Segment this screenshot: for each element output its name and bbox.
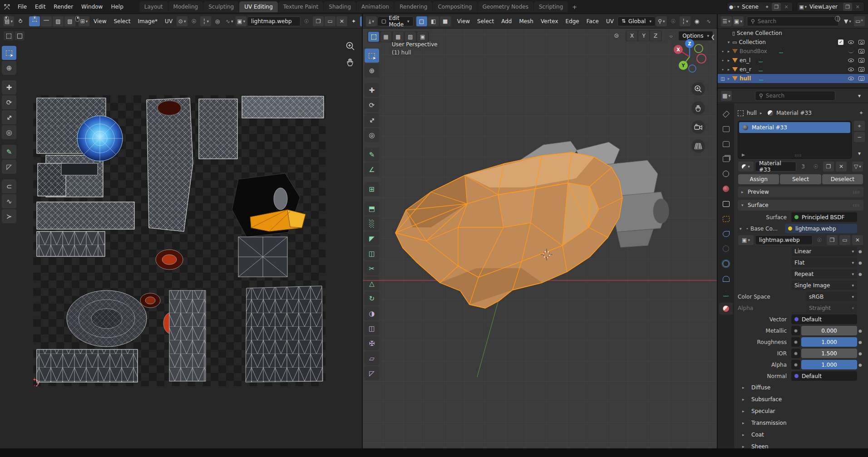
source-dropdown[interactable]: Single Image▾ xyxy=(791,280,857,290)
workspace-tab-geometry-nodes[interactable]: Geometry Nodes xyxy=(478,1,533,12)
material-name-field[interactable]: Material #33 xyxy=(755,162,796,172)
eye-icon[interactable] xyxy=(848,40,854,44)
properties-search-input[interactable] xyxy=(766,93,831,99)
pin-icon[interactable]: ✦ xyxy=(348,16,359,26)
delete-view-layer-button[interactable]: ✕ xyxy=(853,3,862,11)
duplicate-material-button[interactable]: ❐ xyxy=(823,162,834,172)
normal-value-button[interactable]: Default xyxy=(791,371,857,381)
panel-specular[interactable]: ▸Specular xyxy=(738,405,863,417)
panel-coat[interactable]: ▸Coat xyxy=(738,429,863,441)
tab-modifiers[interactable] xyxy=(719,228,733,240)
workspace-tab-layout[interactable]: Layout xyxy=(139,1,168,12)
uv-menu-image[interactable]: Image* xyxy=(134,16,162,26)
remove-slot-button[interactable]: − xyxy=(854,132,865,142)
browse-material-dropdown[interactable]: ▾ xyxy=(738,162,754,172)
ior-slider[interactable]: 1.500 xyxy=(801,349,857,358)
tool-rotate[interactable]: ⟳ xyxy=(2,95,16,109)
image-browse-dropdown[interactable]: ▣▾ xyxy=(236,16,247,26)
tool-scale[interactable]: ↔ xyxy=(2,110,16,124)
fake-user-shield-icon[interactable]: ☉ xyxy=(301,16,312,26)
viewport-3d[interactable]: ⤓▾ ▢ Edit Mode ▾ □ ◧ ■ View Select Add M… xyxy=(363,14,718,448)
tab-particles[interactable] xyxy=(719,243,733,255)
workspace-tab-modeling[interactable]: Modeling xyxy=(168,1,203,12)
tool-pinch[interactable]: ≻ xyxy=(2,209,16,223)
scene-selector[interactable]: ●◦ ▾ Scene ✦ ❐ ✕ xyxy=(727,2,793,12)
tool-rip-region[interactable]: ◸ xyxy=(2,160,16,174)
new-view-layer-button[interactable]: ❐ xyxy=(843,3,852,11)
interpolation-dropdown[interactable]: Linear▾ xyxy=(791,246,857,256)
uv-pivot-dropdown[interactable]: ⊙▾ xyxy=(177,16,187,26)
pan-hand-icon[interactable] xyxy=(691,101,705,115)
panel-grip-icon[interactable]: ⁝⁝⁝⁝ xyxy=(853,190,860,194)
duplicate-image-icon[interactable]: ❐ xyxy=(313,16,324,26)
keyframe-dot-icon[interactable]: ● xyxy=(857,249,863,254)
material-slot-row[interactable]: Material #33 xyxy=(739,122,850,133)
panel-transmission[interactable]: ▸Transmission xyxy=(738,417,863,429)
camera-visibility-icon[interactable] xyxy=(858,67,864,72)
keyframe-dot-icon[interactable]: ● xyxy=(857,351,863,356)
view-layer-selector[interactable]: ▣ ▾ ViewLayer ❐ ✕ xyxy=(797,2,864,12)
alpha-socket-icon[interactable] xyxy=(791,360,800,369)
fake-user-shield-icon[interactable]: ☉ xyxy=(810,162,821,172)
collection-checkbox[interactable]: ✓ xyxy=(838,39,843,45)
menu-help[interactable]: Help xyxy=(107,2,127,12)
tool-transform[interactable]: ◎ xyxy=(2,125,16,139)
preview-panel-header[interactable]: ▸ Preview ⁝⁝⁝⁝ xyxy=(738,187,863,197)
tab-scene[interactable] xyxy=(719,168,733,180)
open-image-folder-icon[interactable]: ▭ xyxy=(325,16,335,26)
uv-menu-view[interactable]: View xyxy=(90,16,110,26)
deselect-button[interactable]: Deselect xyxy=(822,174,863,184)
panel-diffuse[interactable]: ▸Diffuse xyxy=(738,382,863,393)
outliner-row-scene-collection[interactable]: ▯ Scene Collection xyxy=(718,29,868,38)
outliner-display-mode-dropdown[interactable]: ☰▾ xyxy=(721,16,732,26)
metallic-socket-icon[interactable] xyxy=(791,326,800,335)
base-color-value-button[interactable]: lightmap.webp xyxy=(785,224,857,233)
uv-proportional-editing-icon[interactable]: ◎ xyxy=(212,16,223,26)
menu-render[interactable]: Render xyxy=(49,2,77,12)
new-scene-button[interactable]: ❐ xyxy=(772,3,781,11)
properties-options-dropdown[interactable]: ▾ xyxy=(854,91,865,101)
sidebar-collapse-arrow[interactable]: ❮ xyxy=(711,34,715,40)
image-name-field[interactable]: lightmap.webp xyxy=(755,235,813,245)
panel-sheen[interactable]: ▸Sheen xyxy=(738,441,863,448)
uv-pan-hand-icon[interactable] xyxy=(346,58,355,69)
users-count-button[interactable]: 3 xyxy=(798,162,809,172)
blender-logo-icon[interactable]: ⤱ xyxy=(0,1,14,13)
navigation-gizmo[interactable]: Z X Y xyxy=(671,38,709,76)
workspace-tab-animation[interactable]: Animation xyxy=(356,1,394,12)
vector-value-button[interactable]: Default xyxy=(791,314,857,324)
zoom-icon[interactable] xyxy=(691,82,705,96)
unlink-material-button[interactable]: ✕ xyxy=(836,162,847,172)
tool-move[interactable]: ✚ xyxy=(2,80,16,94)
tab-collection[interactable] xyxy=(719,198,733,210)
outliner-row-en-r[interactable]: •▸ en_r xyxy=(718,65,868,74)
new-collection-button[interactable]: ▭⁺ xyxy=(854,16,865,26)
metallic-slider[interactable]: 0.000 xyxy=(801,326,857,335)
camera-visibility-icon[interactable] xyxy=(858,76,864,81)
tab-view-layer[interactable] xyxy=(719,153,733,165)
extension-dropdown[interactable]: Repeat▾ xyxy=(791,269,857,279)
workspace-tab-sculpting[interactable]: Sculpting xyxy=(203,1,239,12)
projection-dropdown[interactable]: Flat▾ xyxy=(791,258,857,267)
unlink-image-button[interactable]: ✕ xyxy=(852,235,863,245)
color-space-dropdown[interactable]: sRGB▾ xyxy=(806,292,857,301)
uv-texture-image[interactable] xyxy=(33,95,326,386)
outliner-search[interactable]: ⚲ xyxy=(747,16,839,26)
tab-object[interactable] xyxy=(719,213,733,225)
expand-icon[interactable]: ▸ xyxy=(725,49,732,54)
fake-user-shield-icon[interactable]: ☉ xyxy=(814,235,825,245)
online-access-globe-icon[interactable] xyxy=(835,16,840,21)
outliner-filter-mode-dropdown[interactable]: ▣▾ xyxy=(733,16,744,26)
camera-visibility-icon[interactable] xyxy=(858,40,864,44)
keyframe-dot-icon[interactable]: ● xyxy=(857,363,863,367)
eye-closed-icon[interactable] xyxy=(848,50,854,53)
expand-icon[interactable]: ▸ xyxy=(725,76,732,81)
tab-tool[interactable] xyxy=(719,108,733,120)
workspace-tab-compositing[interactable]: Compositing xyxy=(433,1,477,12)
expand-icon[interactable]: ▸ xyxy=(725,58,732,63)
outliner-row-collection[interactable]: ▾ ▭ Collection ✓ xyxy=(718,38,868,47)
workspace-tab-texture-paint[interactable]: Texture Paint xyxy=(278,1,323,12)
resize-grip-icon[interactable]: ⁝⁝⁝⁝ xyxy=(795,153,802,157)
expand-icon[interactable]: ▾ xyxy=(725,40,732,44)
ior-socket-icon[interactable] xyxy=(791,349,800,358)
